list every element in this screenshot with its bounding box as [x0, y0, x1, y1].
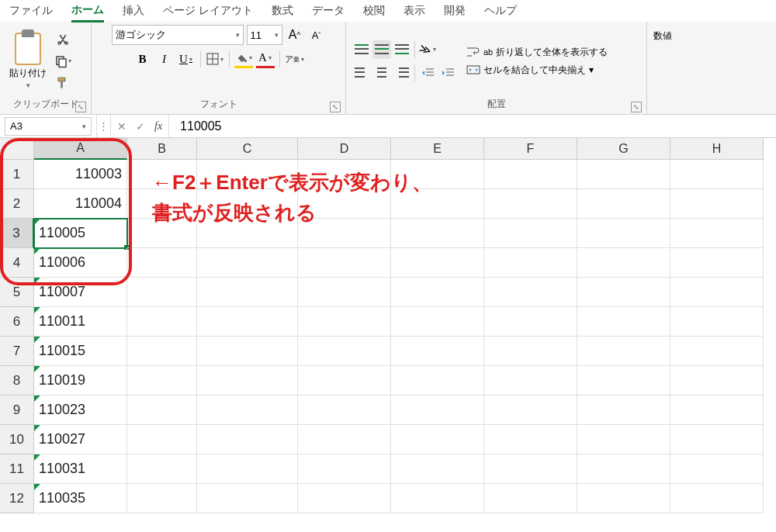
cut-button[interactable]	[54, 31, 71, 48]
cell-G6[interactable]	[577, 307, 670, 337]
cell-B8[interactable]	[127, 366, 197, 396]
cell-A7[interactable]: 110015	[34, 337, 127, 366]
cell-G9[interactable]	[577, 396, 670, 425]
col-header-E[interactable]: E	[391, 138, 484, 160]
align-middle-button[interactable]	[372, 40, 391, 59]
paste-button[interactable]: 貼り付け ▾	[6, 29, 50, 92]
row-header-3[interactable]: 3	[0, 219, 34, 248]
border-button[interactable]: ▾	[206, 50, 224, 68]
name-box[interactable]: A3 ▾	[5, 117, 92, 136]
cell-A12[interactable]: 110035	[34, 484, 127, 513]
cell-A3[interactable]: 110005	[34, 219, 127, 248]
cell-D12[interactable]	[298, 484, 391, 513]
cell-D1[interactable]	[298, 160, 391, 189]
cell-E3[interactable]	[391, 219, 484, 248]
cell-E5[interactable]	[391, 278, 484, 307]
cell-B2[interactable]	[127, 189, 197, 219]
cell-H5[interactable]	[670, 278, 764, 307]
format-painter-button[interactable]	[54, 74, 71, 92]
row-header-1[interactable]: 1	[0, 160, 34, 189]
cell-B10[interactable]	[127, 425, 197, 454]
row-header-4[interactable]: 4	[0, 248, 34, 278]
tab-help[interactable]: ヘルプ	[484, 1, 517, 21]
cell-A2[interactable]: 110004	[34, 189, 127, 219]
tab-data[interactable]: データ	[312, 1, 345, 21]
cell-G12[interactable]	[577, 484, 670, 513]
cell-A6[interactable]: 110011	[34, 307, 127, 337]
align-right-button[interactable]	[393, 64, 411, 82]
cell-E6[interactable]	[391, 307, 484, 337]
italic-button[interactable]: I	[155, 50, 174, 68]
cell-H2[interactable]	[670, 189, 764, 219]
tab-pagelayout[interactable]: ページ レイアウト	[163, 1, 253, 21]
tab-review[interactable]: 校閲	[363, 1, 385, 21]
cell-G3[interactable]	[577, 219, 670, 248]
cell-D7[interactable]	[298, 337, 391, 366]
cell-E7[interactable]	[391, 337, 484, 366]
row-header-11[interactable]: 11	[0, 454, 34, 484]
tab-insert[interactable]: 挿入	[123, 1, 144, 21]
row-header-10[interactable]: 10	[0, 425, 34, 454]
cell-C3[interactable]	[197, 219, 298, 248]
cell-F11[interactable]	[484, 454, 577, 484]
cell-F7[interactable]	[484, 337, 577, 366]
cell-G11[interactable]	[577, 454, 670, 484]
cell-H1[interactable]	[670, 160, 764, 189]
row-header-2[interactable]: 2	[0, 189, 34, 219]
cell-F6[interactable]	[484, 307, 577, 337]
cell-D10[interactable]	[298, 425, 391, 454]
cell-B5[interactable]	[127, 278, 197, 307]
cell-G5[interactable]	[577, 278, 670, 307]
cell-D2[interactable]	[298, 189, 391, 219]
cell-E8[interactable]	[391, 366, 484, 396]
cell-A5[interactable]: 110007	[34, 278, 127, 307]
cell-C7[interactable]	[197, 337, 298, 366]
increase-indent-button[interactable]	[438, 64, 457, 82]
merge-center-button[interactable]: セルを結合して中央揃え ▾	[466, 64, 608, 77]
cell-F8[interactable]	[484, 366, 577, 396]
col-header-F[interactable]: F	[484, 138, 577, 160]
cell-B1[interactable]	[127, 160, 197, 189]
clipboard-dialog-launcher[interactable]: ⤡	[75, 102, 86, 112]
cell-F4[interactable]	[484, 248, 577, 278]
col-header-B[interactable]: B	[127, 138, 197, 160]
fill-color-button[interactable]: ▾	[234, 50, 253, 68]
cell-B7[interactable]	[127, 337, 197, 366]
cell-B6[interactable]	[127, 307, 197, 337]
copy-button[interactable]: ▾	[54, 53, 71, 70]
insert-function-button[interactable]: fx	[154, 120, 162, 133]
row-header-12[interactable]: 12	[0, 484, 34, 513]
cell-C10[interactable]	[197, 425, 298, 454]
cell-E1[interactable]	[391, 160, 484, 189]
cell-D4[interactable]	[298, 248, 391, 278]
cell-C12[interactable]	[197, 484, 298, 513]
cell-D3[interactable]	[298, 219, 391, 248]
cell-H9[interactable]	[670, 396, 764, 425]
cell-H12[interactable]	[670, 484, 764, 513]
tab-formulas[interactable]: 数式	[272, 1, 293, 21]
cell-F5[interactable]	[484, 278, 577, 307]
underline-button[interactable]: U▾	[177, 50, 196, 68]
cell-H3[interactable]	[670, 219, 764, 248]
cell-F10[interactable]	[484, 425, 577, 454]
cell-F3[interactable]	[484, 219, 577, 248]
cell-E9[interactable]	[391, 396, 484, 425]
align-bottom-button[interactable]	[393, 40, 411, 59]
cell-H11[interactable]	[670, 454, 764, 484]
tab-view[interactable]: 表示	[404, 1, 425, 21]
decrease-indent-button[interactable]	[418, 64, 437, 82]
align-top-button[interactable]	[352, 40, 371, 59]
cell-F2[interactable]	[484, 189, 577, 219]
tab-file[interactable]: ファイル	[9, 1, 53, 21]
cell-A8[interactable]: 110019	[34, 366, 127, 396]
cell-D9[interactable]	[298, 396, 391, 425]
cell-F12[interactable]	[484, 484, 577, 513]
number-format-button[interactable]: 数値	[653, 29, 672, 43]
bold-button[interactable]: B	[133, 50, 152, 68]
font-dialog-launcher[interactable]: ⤡	[330, 102, 341, 112]
decrease-font-button[interactable]: Aˇ	[307, 26, 326, 44]
row-header-9[interactable]: 9	[0, 396, 34, 425]
increase-font-button[interactable]: A^	[286, 26, 304, 44]
cell-E10[interactable]	[391, 425, 484, 454]
cell-G1[interactable]	[577, 160, 670, 189]
